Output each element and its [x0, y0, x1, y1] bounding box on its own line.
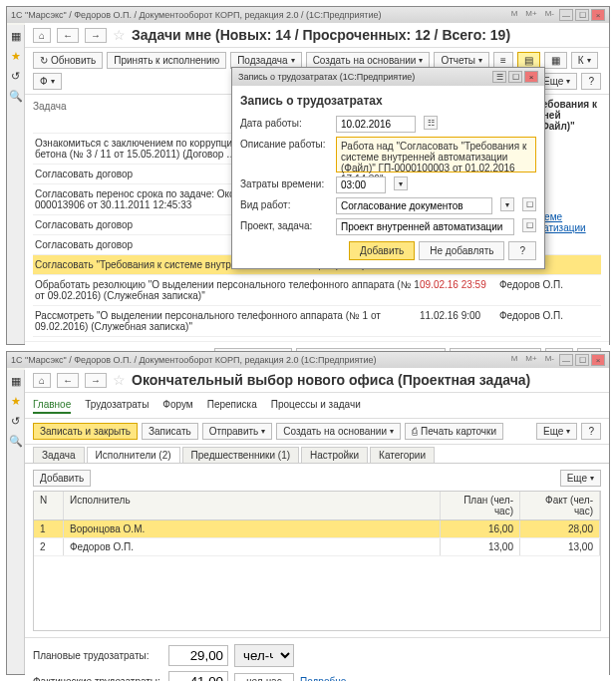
- date-input[interactable]: [336, 116, 416, 133]
- m-minus-icon: M-: [545, 354, 554, 366]
- send-button[interactable]: Отправить: [202, 423, 273, 440]
- tab-main[interactable]: Главное: [33, 397, 71, 414]
- forward-button[interactable]: →: [85, 373, 107, 388]
- skip-button[interactable]: Не добавлять: [419, 241, 504, 260]
- itab-cats[interactable]: Категории: [370, 447, 435, 463]
- project-open-icon[interactable]: ☐: [522, 218, 536, 232]
- minimize-button[interactable]: —: [559, 9, 573, 21]
- grid-more-button[interactable]: Еще: [560, 470, 601, 487]
- task-author: Федоров О.П.: [499, 310, 599, 332]
- col-plan: План (чел-час): [441, 492, 520, 519]
- task-date: 09.02.16 23:59: [420, 279, 499, 301]
- history-icon[interactable]: ↺: [9, 69, 23, 83]
- maximize-button[interactable]: ☐: [575, 9, 589, 21]
- fact-unit: чел-час: [234, 673, 294, 681]
- filter-k-button[interactable]: К: [571, 52, 598, 69]
- cell-fact: 13,00: [520, 538, 600, 555]
- fact-input[interactable]: [168, 671, 228, 681]
- favorites-icon[interactable]: ★: [9, 49, 23, 63]
- dialog-tool-icon[interactable]: ☰: [492, 71, 506, 83]
- save-close-button[interactable]: Записать и закрыть: [33, 423, 138, 440]
- type-drop-icon[interactable]: ▾: [500, 197, 514, 211]
- itab-settings[interactable]: Настройки: [301, 447, 368, 463]
- plan-label: Плановые трудозатраты:: [33, 650, 162, 661]
- help-button-2[interactable]: ?: [581, 423, 601, 440]
- desc-textarea[interactable]: Работа над "Согласовать "Требования к си…: [336, 137, 536, 172]
- filter-f-button[interactable]: Ф: [33, 73, 62, 90]
- fact-label: Фактические трудозатраты:: [33, 676, 162, 681]
- close-button[interactable]: ×: [591, 9, 605, 21]
- search-icon[interactable]: 🔍: [9, 89, 23, 103]
- plan-unit-select[interactable]: чел-час: [234, 644, 294, 667]
- minimize-button[interactable]: —: [559, 354, 573, 366]
- maximize-button[interactable]: ☐: [575, 354, 589, 366]
- home-button[interactable]: ⌂: [33, 28, 51, 43]
- forward-button[interactable]: →: [85, 28, 107, 43]
- task-text: Рассмотреть "О выделении персонального т…: [35, 310, 420, 332]
- task-row[interactable]: Обработать резолюцию "О выделении персон…: [33, 275, 601, 306]
- help-button[interactable]: ?: [581, 73, 601, 90]
- history-icon[interactable]: ↺: [9, 414, 23, 428]
- cell-plan: 13,00: [441, 538, 520, 555]
- app-title: 1С "Марсэкс" / Федоров О.П. / Документоо…: [11, 10, 382, 20]
- accept-button[interactable]: Принять к исполнению: [107, 52, 226, 69]
- tab-effort[interactable]: Трудозатраты: [85, 397, 149, 414]
- app-title-2: 1С "Марсэкс" / Федоров О.П. / Документоо…: [11, 355, 377, 365]
- titlebar-1: 1С "Марсэкс" / Федоров О.П. / Документоо…: [7, 7, 609, 23]
- refresh-button[interactable]: ↻ Обновить: [33, 52, 103, 69]
- apps-icon[interactable]: ▦: [9, 374, 23, 388]
- more-button-2[interactable]: Еще: [536, 423, 577, 440]
- dialog-help-button[interactable]: ?: [508, 241, 536, 260]
- left-rail-2: ▦ ★ ↺ 🔍: [7, 370, 25, 674]
- grid-row[interactable]: 2Федоров О.П.13,0013,00: [34, 538, 600, 556]
- tab-mail[interactable]: Переписка: [207, 397, 257, 414]
- star-icon[interactable]: ☆: [113, 27, 126, 43]
- col-fact: Факт (чел-час): [520, 492, 600, 519]
- back-button[interactable]: ←: [57, 373, 79, 388]
- plan-input[interactable]: [168, 645, 228, 666]
- executors-grid: N Исполнитель План (чел-час) Факт (чел-ч…: [33, 491, 601, 631]
- cell-n: 2: [34, 538, 64, 555]
- home-button[interactable]: ⌂: [33, 373, 51, 388]
- m-icon: M: [511, 9, 518, 21]
- star-icon[interactable]: ☆: [113, 372, 126, 388]
- view-3-button[interactable]: ▦: [544, 52, 567, 69]
- apps-icon[interactable]: ▦: [9, 29, 23, 43]
- grid-row[interactable]: 1Воронцова О.М.16,0028,00: [34, 520, 600, 538]
- project-input[interactable]: [336, 218, 514, 235]
- itab-executors[interactable]: Исполнители (2): [87, 447, 180, 463]
- back-button[interactable]: ←: [57, 28, 79, 43]
- task-row[interactable]: Рассмотреть "О выделении персонального т…: [33, 306, 601, 337]
- task-date: 11.02.16 9:00: [420, 310, 499, 332]
- tab-proc[interactable]: Процессы и задачи: [271, 397, 361, 414]
- titlebar-2: 1С "Марсэкс" / Федоров О.П. / Документоо…: [7, 352, 609, 368]
- print-button[interactable]: ⎙ Печать карточки: [405, 423, 503, 440]
- save-button[interactable]: Записать: [142, 423, 198, 440]
- hours-drop-icon[interactable]: ▾: [394, 176, 408, 190]
- cell-name: Федоров О.П.: [64, 538, 441, 555]
- dialog-max-button[interactable]: ☐: [508, 71, 522, 83]
- create-on-button-2[interactable]: Создать на основании: [276, 423, 401, 440]
- tab-forum[interactable]: Форум: [162, 397, 192, 414]
- hours-input[interactable]: [336, 176, 386, 193]
- search-icon[interactable]: 🔍: [9, 434, 23, 448]
- m-icon: M: [511, 354, 518, 366]
- close-button[interactable]: ×: [591, 354, 605, 366]
- hours-label: Затраты времени:: [240, 176, 330, 189]
- dialog-close-button[interactable]: ×: [524, 71, 538, 83]
- page-title: Задачи мне (Новых: 14 / Просроченных: 12…: [132, 27, 510, 43]
- details-link[interactable]: Подробно: [300, 676, 346, 681]
- type-input[interactable]: [336, 197, 492, 214]
- labor-dialog: Запись о трудозатратах (1С:Предприятие) …: [231, 67, 545, 269]
- grid-add-button[interactable]: Добавить: [33, 470, 91, 487]
- type-open-icon[interactable]: ☐: [522, 197, 536, 211]
- type-label: Вид работ:: [240, 197, 330, 210]
- itab-task[interactable]: Задача: [33, 447, 85, 463]
- add-button[interactable]: Добавить: [349, 241, 415, 260]
- calendar-icon[interactable]: ☷: [424, 116, 438, 130]
- m-plus-icon: M+: [525, 354, 536, 366]
- cell-fact: 28,00: [520, 520, 600, 537]
- date-label: Дата работы:: [240, 116, 330, 129]
- favorites-icon[interactable]: ★: [9, 394, 23, 408]
- itab-predecessors[interactable]: Предшественники (1): [182, 447, 299, 463]
